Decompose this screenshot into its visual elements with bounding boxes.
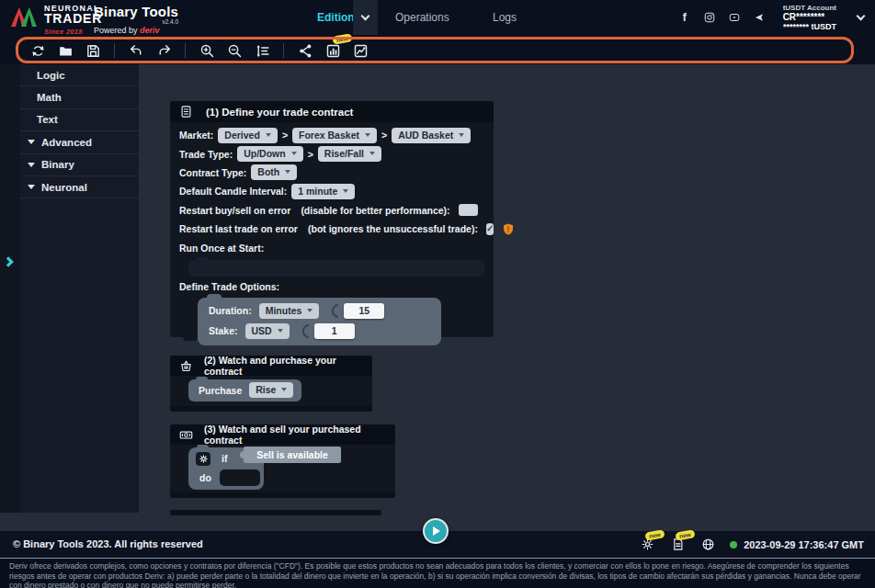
purchase-type-dropdown[interactable]: Rise (249, 382, 293, 398)
trade-category-dropdown[interactable]: Up/Down (237, 146, 303, 162)
contract-type-dropdown[interactable]: Both (251, 164, 297, 180)
run-bot-button[interactable] (423, 518, 449, 544)
block-bottom-edge (170, 406, 372, 412)
dropdown-value: AUD Basket (398, 130, 453, 141)
language-globe-icon[interactable] (699, 537, 716, 553)
block-header: (1) Define your trade contract (170, 101, 494, 122)
if-label: if (222, 453, 227, 464)
stake-value-input[interactable]: 1 (314, 323, 355, 339)
market-dropdown[interactable]: Derived (218, 128, 278, 143)
stake-row: Stake: USD 1 (209, 323, 441, 339)
sidebar-item-text[interactable]: Text (20, 109, 139, 131)
tab-edition[interactable]: Edition (317, 0, 355, 35)
candle-interval-dropdown[interactable]: 1 minute (291, 184, 355, 199)
sidebar-item-neuronal[interactable]: Neuronal (20, 176, 139, 198)
restart-buy-checkbox[interactable] (459, 204, 478, 216)
stake-currency-dropdown[interactable]: USD (245, 323, 290, 339)
copyright-text: © Binary Tools 2023. All rights reserved (13, 531, 203, 558)
play-icon (433, 526, 440, 536)
trade-type-dropdown[interactable]: Rise/Fall (318, 146, 381, 162)
account-chevron-down-icon[interactable] (857, 11, 866, 20)
if-settings-gear-icon[interactable] (196, 452, 210, 466)
duration-value-input[interactable]: 15 (344, 303, 384, 319)
top-bar: NEURONAL TRADER Since 2018 Binary Tools … (0, 0, 875, 64)
tab-operations[interactable]: Operations (395, 0, 449, 35)
zoom-in-icon[interactable] (197, 40, 217, 61)
save-icon[interactable] (83, 40, 103, 61)
sidebar-item-advanced[interactable]: Advanced (20, 131, 139, 153)
edition-menu-toggle[interactable] (353, 0, 378, 35)
account-id: CR******** (783, 12, 836, 22)
block-body: Purchase Rise (170, 376, 372, 406)
log-report-icon[interactable]: new (669, 537, 686, 553)
product-name: Binary Tools (94, 6, 178, 18)
trade-options-block[interactable]: Duration: Minutes 15 Stake: USD 1 (198, 298, 441, 345)
binary-tools-app: NEURONAL TRADER Since 2018 Binary Tools … (0, 0, 875, 588)
block-categories-sidebar: Logic Math Text Advanced Binary Neuronal (20, 64, 139, 513)
product-title: Binary Tools v2.4.0 Powered by deriv (94, 6, 178, 35)
breadcrumb-separator: > (381, 130, 387, 141)
sidebar-item-label: Math (37, 92, 62, 103)
basket-icon (179, 359, 193, 373)
warning-shield-icon (503, 223, 514, 235)
run-once-statement-slot[interactable] (188, 260, 484, 277)
redo-icon[interactable] (153, 40, 174, 61)
account-info[interactable]: tUSDT Account CR******** ******** tUSDT (783, 4, 836, 31)
duration-unit-dropdown[interactable]: Minutes (259, 303, 320, 319)
toolbar-separator (283, 43, 284, 58)
trade-type-label: Trade Type: (179, 149, 233, 160)
checkmark-icon: ✓ (486, 224, 494, 233)
sidebar-item-logic[interactable]: Logic (20, 64, 139, 86)
zoom-out-icon[interactable] (224, 40, 244, 61)
sidebar-item-label: Binary (41, 159, 74, 170)
charts-icon[interactable]: new (323, 40, 343, 61)
rearrange-blocks-icon[interactable] (252, 40, 272, 61)
facebook-icon[interactable]: f (678, 11, 691, 24)
trading-view-icon[interactable] (350, 40, 370, 61)
trade-contract-block[interactable]: (1) Define your trade contract Market: D… (170, 101, 494, 337)
server-time: 2023-09-29 17:36:47 GMT (744, 539, 864, 550)
account-type: tUSDT Account (783, 4, 836, 12)
sidebar-item-binary[interactable]: Binary (20, 154, 139, 176)
block-header: (3) Watch and sell your purchased contra… (170, 424, 395, 445)
purchase-block[interactable]: (2) Watch and purchase your contract Pur… (170, 356, 372, 412)
breadcrumb-separator: > (308, 149, 313, 160)
partial-block-edge[interactable] (170, 510, 381, 515)
sell-condition-block[interactable]: Sell is available (244, 447, 341, 463)
product-version: v2.4.0 (94, 18, 178, 25)
risk-disclaimer: Deriv ofrece derivados complejos, como o… (0, 558, 875, 588)
online-status-icon (730, 541, 737, 548)
expand-flyout-icon[interactable] (3, 256, 13, 266)
tab-logs[interactable]: Logs (493, 0, 517, 35)
instagram-icon[interactable] (703, 11, 716, 24)
restart-last-label: Restart last trade on error (179, 223, 298, 234)
block-title: (2) Watch and purchase your contract (204, 355, 372, 377)
open-folder-icon[interactable] (55, 40, 75, 61)
restart-buy-row: Restart buy/sell on error (disable for b… (179, 201, 494, 220)
symbol-dropdown[interactable]: AUD Basket (392, 128, 471, 143)
undo-icon[interactable] (126, 40, 146, 61)
collapse-arrow-icon (28, 140, 35, 144)
sidebar-item-math[interactable]: Math (20, 86, 139, 108)
duration-row: Duration: Minutes 15 (209, 303, 441, 319)
dropdown-value: Up/Down (244, 148, 286, 159)
trade-type-row: Trade Type: Up/Down > Rise/Fall (179, 144, 494, 163)
reset-icon[interactable] (28, 40, 48, 61)
connection-status: 2023-09-29 17:36:47 GMT (730, 539, 864, 550)
brand-logo: NEURONAL TRADER Since 2018 (11, 4, 102, 36)
submarket-dropdown[interactable]: Forex Basket (292, 128, 377, 143)
do-statement-slot[interactable] (220, 469, 260, 486)
restart-last-checkbox[interactable]: ✓ (486, 223, 494, 235)
contract-type-row: Contract Type: Both (179, 164, 494, 182)
value-socket (302, 324, 309, 338)
footer-bar: © Binary Tools 2023. All rights reserved… (0, 531, 875, 558)
share-strategy-icon[interactable] (295, 40, 315, 61)
purchase-statement[interactable]: Purchase Rise (188, 379, 301, 401)
trade-options-label: Define Trade Options: (179, 278, 494, 295)
dropdown-value: USD (252, 325, 272, 336)
telegram-icon[interactable] (753, 11, 766, 24)
settings-gear-icon[interactable]: new (639, 537, 655, 553)
youtube-icon[interactable] (728, 11, 741, 24)
sell-block[interactable]: (3) Watch and sell your purchased contra… (170, 424, 395, 498)
dropdown-value: Minutes (266, 305, 302, 316)
